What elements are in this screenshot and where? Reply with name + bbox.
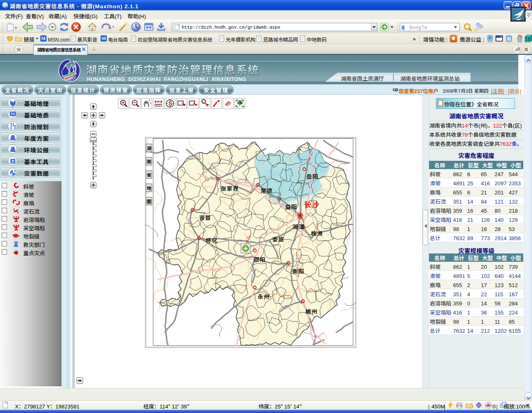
svg-text:株洲: 株洲 xyxy=(311,229,323,237)
svg-text:长沙: 长沙 xyxy=(304,199,319,209)
svg-text:邵阳: 邵阳 xyxy=(254,255,266,263)
svg-text:岳阳: 岳阳 xyxy=(306,172,318,180)
svg-text:衡阳: 衡阳 xyxy=(292,267,304,275)
svg-text:娄底: 娄底 xyxy=(272,235,284,243)
svg-text:S: S xyxy=(168,99,172,107)
svg-text:湘潭: 湘潭 xyxy=(293,222,305,231)
svg-text:怀化: 怀化 xyxy=(206,236,218,244)
svg-text:常德: 常德 xyxy=(261,186,273,194)
svg-text:永州: 永州 xyxy=(258,292,270,300)
svg-text:郴州: 郴州 xyxy=(305,307,318,315)
svg-text:张家界: 张家界 xyxy=(221,184,239,192)
svg-text:?: ? xyxy=(157,99,159,104)
svg-text:吉首: 吉首 xyxy=(199,213,211,221)
svg-text:益阳: 益阳 xyxy=(285,202,297,211)
